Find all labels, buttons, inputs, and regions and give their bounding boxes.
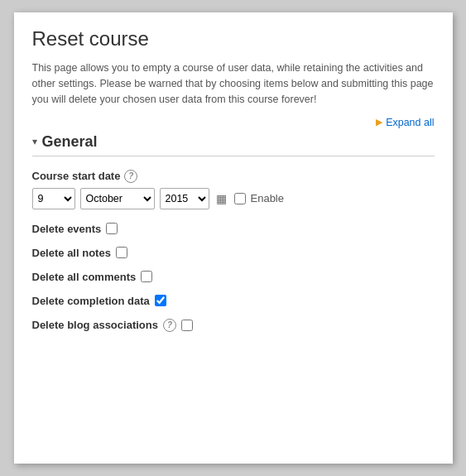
year-select[interactable]: 201320142015201620172018 [160,188,209,209]
delete-events-row: Delete events [32,223,435,235]
delete-all-comments-checkbox[interactable] [141,271,152,282]
day-select[interactable]: 9 12345 6781011 1213141516 1718192021 22… [32,188,75,209]
page-description: This page allows you to empty a course o… [32,60,435,107]
delete-events-label: Delete events [32,223,102,235]
month-select[interactable]: JanuaryFebruaryMarchApril MayJuneJulyAug… [80,188,155,209]
delete-all-notes-row: Delete all notes [32,247,435,259]
course-start-date-group: Course start date ? 9 12345 6781011 1213… [32,170,435,209]
section-collapse-icon[interactable]: ▾ [32,136,37,147]
delete-blog-associations-checkbox[interactable] [181,320,193,331]
reset-course-card: Reset course This page allows you to emp… [14,12,453,464]
expand-all-row: ▶ Expand all [32,115,435,128]
date-row: 9 12345 6781011 1213141516 1718192021 22… [32,188,435,209]
course-start-date-help-icon[interactable]: ? [124,170,137,183]
expand-all-label: Expand all [386,117,434,128]
delete-all-notes-label: Delete all notes [32,247,111,259]
enable-label: Enable [251,192,284,204]
delete-blog-associations-label: Delete blog associations [32,319,158,331]
delete-all-comments-row: Delete all comments [32,271,435,283]
page-title: Reset course [32,27,435,50]
enable-checkbox[interactable] [234,193,246,204]
expand-all-button[interactable]: ▶ Expand all [376,117,434,128]
expand-arrow-icon: ▶ [376,117,382,127]
delete-all-notes-checkbox[interactable] [116,247,127,258]
course-start-date-label: Course start date ? [32,170,435,183]
delete-blog-associations-help-icon[interactable]: ? [163,319,176,332]
general-section-header: ▾ General [32,133,435,156]
delete-completion-data-row: Delete completion data [32,295,435,307]
calendar-icon[interactable]: ▦ [214,191,229,206]
delete-blog-associations-row: Delete blog associations ? [32,319,435,332]
delete-all-comments-label: Delete all comments [32,271,137,283]
delete-completion-data-checkbox[interactable] [155,295,166,306]
delete-events-checkbox[interactable] [106,223,118,234]
section-title: General [42,133,98,151]
delete-completion-data-label: Delete completion data [32,295,150,307]
